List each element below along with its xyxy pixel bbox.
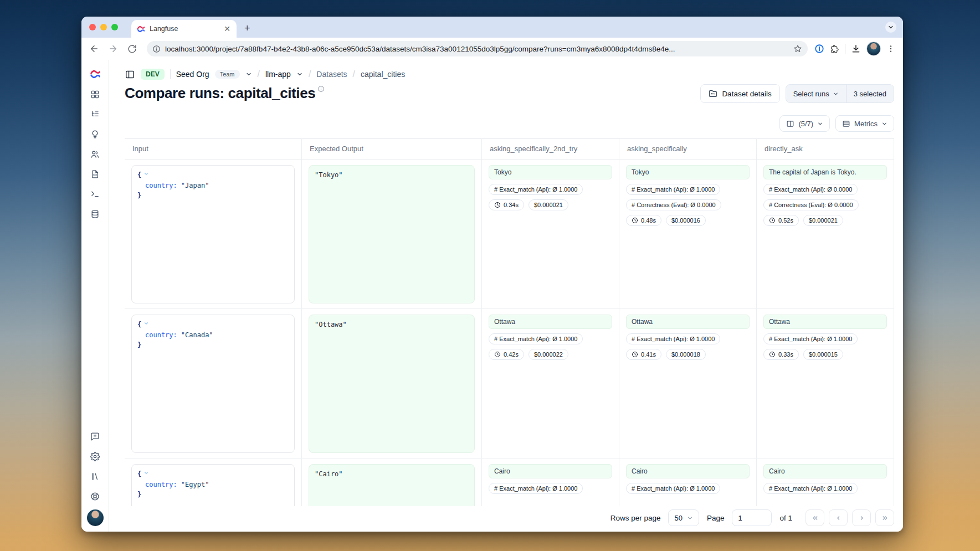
input-json[interactable]: { country:"Egypt" } xyxy=(131,464,295,506)
breadcrumb-project[interactable]: llm-app xyxy=(265,70,291,79)
reload-icon[interactable] xyxy=(124,40,140,57)
cost-badge[interactable]: $0.000021 xyxy=(803,215,843,226)
next-page-button[interactable] xyxy=(852,509,871,526)
compare-table: Input Expected Output asking_specificall… xyxy=(125,138,894,506)
run-output[interactable]: The capital of Japan is Tokyo. xyxy=(763,165,887,179)
run-output[interactable]: Tokyo xyxy=(489,165,612,179)
run-cell: Tokyo # Exact_match (Api): Ø 1.0000 # Co… xyxy=(619,159,757,309)
sidebar-feedback-icon[interactable] xyxy=(86,427,105,446)
cost-badge[interactable]: $0.000021 xyxy=(529,199,568,210)
user-avatar[interactable] xyxy=(87,509,104,526)
latency-badge[interactable]: 0.33s xyxy=(763,349,799,360)
collapse-chevron-icon[interactable] xyxy=(143,321,149,326)
latency-badge[interactable]: 0.42s xyxy=(489,349,524,360)
rows-per-page-select[interactable]: 50 xyxy=(668,509,699,526)
tab-search-button[interactable] xyxy=(885,22,896,33)
previous-page-button[interactable] xyxy=(829,509,848,526)
sidebar-playground-icon[interactable] xyxy=(86,184,105,203)
sidebar-sessions-icon[interactable] xyxy=(86,125,105,143)
sidebar-evaluation-icon[interactable] xyxy=(86,164,105,183)
columns-visibility-button[interactable]: (5/7) xyxy=(779,115,830,132)
sidebar-support-icon[interactable] xyxy=(86,487,105,506)
sidebar-toggle-icon[interactable] xyxy=(125,69,135,80)
sidebar-settings-icon[interactable] xyxy=(86,447,105,466)
forward-icon[interactable] xyxy=(105,40,121,57)
extensions-icon[interactable] xyxy=(830,44,839,54)
first-page-button[interactable] xyxy=(805,509,824,526)
browser-tab[interactable]: Langfuse ✕ xyxy=(131,20,237,38)
downloads-icon[interactable] xyxy=(851,44,861,54)
back-icon[interactable] xyxy=(86,40,102,57)
collapse-chevron-icon[interactable] xyxy=(143,470,149,476)
browser-profile-avatar[interactable] xyxy=(866,42,881,56)
expected-output-box[interactable]: "Ottawa" xyxy=(309,315,475,453)
minimize-window-button[interactable] xyxy=(100,24,107,30)
password-manager-icon[interactable] xyxy=(814,44,824,54)
langfuse-logo-icon[interactable] xyxy=(86,65,105,84)
metrics-button[interactable]: Metrics xyxy=(835,115,894,132)
sidebar-tracing-icon[interactable] xyxy=(86,105,105,123)
title-info-icon[interactable] xyxy=(317,85,325,92)
column-header-run-1: asking_specifically_2nd_try xyxy=(482,139,619,159)
page-number-input[interactable] xyxy=(732,509,772,526)
score-badge[interactable]: # Exact_match (Api): Ø 1.0000 xyxy=(763,333,858,344)
org-chevron-down-icon[interactable] xyxy=(245,71,252,78)
breadcrumb-org[interactable]: Seed Org xyxy=(176,70,209,79)
tab-close-icon[interactable]: ✕ xyxy=(222,24,232,33)
score-badge[interactable]: # Exact_match (Api): Ø 1.0000 xyxy=(489,483,583,494)
latency-badge[interactable]: 0.48s xyxy=(626,215,661,226)
run-cell: Cairo # Exact_match (Api): Ø 1.0000 xyxy=(619,459,757,506)
collapse-chevron-icon[interactable] xyxy=(143,171,149,177)
run-output[interactable]: Ottawa xyxy=(763,315,887,329)
bookmark-star-icon[interactable] xyxy=(793,44,802,53)
latency-badge[interactable]: 0.41s xyxy=(626,349,661,360)
run-output[interactable]: Ottawa xyxy=(626,315,750,329)
chevron-down-icon xyxy=(817,121,823,127)
project-chevron-down-icon[interactable] xyxy=(296,71,303,78)
cost-badge[interactable]: $0.000022 xyxy=(529,349,568,360)
score-badge[interactable]: # Exact_match (Api): Ø 1.0000 xyxy=(626,483,720,494)
run-output[interactable]: Tokyo xyxy=(626,165,750,179)
run-output[interactable]: Cairo xyxy=(489,464,612,478)
page-title: Compare runs: capital_cities xyxy=(125,84,315,102)
dataset-details-button[interactable]: Dataset details xyxy=(700,84,779,103)
site-info-icon[interactable] xyxy=(152,45,161,53)
cost-badge[interactable]: $0.000016 xyxy=(666,215,706,226)
run-output[interactable]: Cairo xyxy=(763,464,887,478)
new-tab-button[interactable]: + xyxy=(237,23,258,38)
latency-badge[interactable]: 0.34s xyxy=(489,199,524,210)
score-badge[interactable]: # Correctness (Eval): Ø 0.0000 xyxy=(626,199,721,210)
url-bar[interactable]: localhost:3000/project/7a88fb47-b4e2-43b… xyxy=(147,41,808,56)
latency-badge[interactable]: 0.52s xyxy=(763,215,799,226)
select-runs-button[interactable]: Select runs xyxy=(786,85,846,102)
sidebar-docs-icon[interactable] xyxy=(86,467,105,486)
sidebar-users-icon[interactable] xyxy=(86,145,105,163)
input-json[interactable]: { country:"Canada" } xyxy=(131,315,295,453)
score-badge[interactable]: # Correctness (Eval): Ø 0.0000 xyxy=(763,199,859,210)
score-badge[interactable]: # Exact_match (Api): Ø 1.0000 xyxy=(489,333,583,344)
breadcrumb-datasets-link[interactable]: Datasets xyxy=(316,70,347,79)
sidebar-dashboard-icon[interactable] xyxy=(86,85,105,104)
close-window-button[interactable] xyxy=(89,24,96,30)
org-role-badge: Team xyxy=(215,70,240,79)
url-text: localhost:3000/project/7a88fb47-b4e2-43b… xyxy=(165,45,789,53)
run-output[interactable]: Cairo xyxy=(626,464,750,478)
score-badge[interactable]: # Exact_match (Api): Ø 1.0000 xyxy=(763,483,858,494)
browser-menu-icon[interactable] xyxy=(886,44,895,53)
last-page-button[interactable] xyxy=(875,509,894,526)
breadcrumb-current-page[interactable]: capital_cities xyxy=(361,70,405,79)
input-json[interactable]: { country:"Japan" } xyxy=(131,165,295,303)
score-badge[interactable]: # Exact_match (Api): Ø 1.0000 xyxy=(626,184,720,195)
zoom-window-button[interactable] xyxy=(111,24,118,30)
expected-output-box[interactable]: "Cairo" xyxy=(309,464,475,506)
score-badge[interactable]: # Exact_match (Api): Ø 1.0000 xyxy=(489,184,583,195)
sidebar-datasets-icon[interactable] xyxy=(86,204,105,223)
expected-output-box[interactable]: "Tokyo" xyxy=(309,165,475,303)
cost-badge[interactable]: $0.000015 xyxy=(803,349,843,360)
column-header-run-3: directly_ask xyxy=(757,139,894,159)
score-badge[interactable]: # Exact_match (Api): Ø 1.0000 xyxy=(626,333,720,344)
cost-badge[interactable]: $0.000018 xyxy=(666,349,706,360)
browser-window: Langfuse ✕ + localhost:3000/project/7a88… xyxy=(81,17,903,532)
score-badge[interactable]: # Exact_match (Api): Ø 0.0000 xyxy=(763,184,858,195)
run-output[interactable]: Ottawa xyxy=(489,315,612,329)
